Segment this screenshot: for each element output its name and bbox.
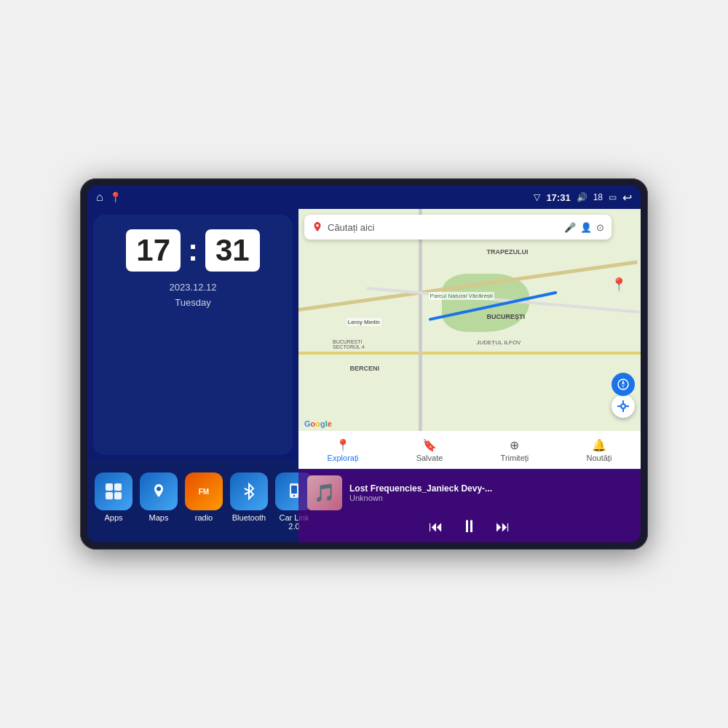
explore-label: Explorați [328,454,359,462]
map-label-leroy: Leroy Merlin [347,318,381,326]
radio-icon-bg: FM [185,472,223,510]
maps-icon-bg [140,472,178,510]
svg-rect-6 [291,486,297,494]
svg-rect-3 [114,492,122,499]
device-screen: ⌂ 📍 ▽ 17:31 🔊 18 ▭ ↩ 17 [87,186,641,542]
app-icons-panel: Apps Maps FM [87,461,298,542]
share-icon: ⊕ [510,438,519,452]
bluetooth-label: Bluetooth [232,513,266,522]
clock-colon: : [188,233,198,268]
clock-widget: 17 : 31 2023.12.12 Tuesday [93,215,293,455]
location-crosshair-icon [617,400,630,413]
home-icon[interactable]: ⌂ [96,191,103,204]
google-logo: Google [304,419,332,428]
svg-point-4 [157,487,161,491]
map-pin-icon: 📍 [611,277,627,293]
map-search-icons: 🎤 👤 ⊙ [564,222,604,233]
bluetooth-symbol-icon [240,483,258,500]
radio-label: radio [195,513,213,522]
clock-minute: 31 [205,229,260,272]
apps-grid-icon [103,481,124,502]
music-artist: Unknown [349,494,632,502]
app-icon-radio[interactable]: FM radio [182,468,226,526]
map-label-bucuresti: BUCUREȘTI [487,313,526,320]
svg-rect-1 [114,483,122,491]
bluetooth-icon-bg [230,472,268,510]
music-title: Lost Frequencies_Janieck Devy-... [349,483,632,494]
apps-label: Apps [104,513,122,522]
app-icon-apps[interactable]: Apps [92,468,135,526]
map-section[interactable]: TRAPEZULUI BUCUREȘTI JUDEȚUL ILFOV BERCE… [298,209,641,470]
maps-label: Maps [149,513,169,522]
apps-icon [95,472,132,510]
music-controls: ⏮ ⏸ ⏭ [307,516,632,537]
map-location-button[interactable] [612,395,635,418]
layers-icon[interactable]: ⊙ [596,222,604,233]
maps-pin-search-icon [312,221,323,233]
share-label: Trimiteți [501,454,529,462]
map-bottom-nav: 📍 Explorați 🔖 Salvate ⊕ Trimiteți 🔔 [298,431,641,469]
svg-rect-0 [106,483,113,491]
app-icon-bluetooth[interactable]: Bluetooth [227,468,271,526]
profile-icon[interactable]: 👤 [580,222,592,233]
status-left: ⌂ 📍 [96,191,122,204]
map-search-text: Căutați aici [328,222,560,233]
map-nav-news[interactable]: 🔔 Noutăți [587,438,612,462]
play-pause-button[interactable]: ⏸ [461,516,478,537]
music-thumbnail: 🎵 [307,475,342,510]
compass-icon [617,378,630,391]
back-icon[interactable]: ↩ [622,191,632,205]
map-label-ilfov: JUDEȚUL ILFOV [476,339,521,346]
saved-icon: 🔖 [422,438,437,452]
next-button[interactable]: ⏭ [496,518,510,535]
mic-icon[interactable]: 🎤 [564,222,576,233]
svg-point-8 [621,404,625,408]
status-bar: ⌂ 📍 ▽ 17:31 🔊 18 ▭ ↩ [87,186,641,209]
time-display: 17:31 [546,192,570,203]
map-label-trapezului: TRAPEZULUI [487,248,529,256]
map-nav-share[interactable]: ⊕ Trimiteți [501,438,529,462]
map-search-bar[interactable]: Căutați aici 🎤 👤 ⊙ [304,215,612,240]
map-label-sector4: BUCUREȘTISECTORUL 4 [333,339,365,349]
map-nav-saved[interactable]: 🔖 Salvate [416,438,443,462]
svg-marker-14 [622,380,625,384]
svg-marker-15 [622,384,625,389]
map-compass-button[interactable] [612,373,635,396]
map-nav-explore[interactable]: 📍 Explorați [328,438,359,462]
battery-icon: ▭ [609,192,617,202]
clock-display: 17 : 31 [126,229,259,272]
music-album-art: 🎵 [307,475,342,510]
radio-fm-text: FM [199,488,209,496]
main-content: 17 : 31 2023.12.12 Tuesday [87,209,641,542]
maps-pin-icon [149,482,168,501]
maps-status-icon[interactable]: 📍 [109,191,122,203]
volume-icon: 🔊 [577,192,587,202]
signal-icon: ▽ [534,192,540,202]
saved-label: Salvate [416,454,443,462]
music-player: 🎵 Lost Frequencies_Janieck Devy-... Unkn… [298,470,641,542]
svg-rect-2 [106,492,113,499]
map-label-parcul: Parcul Natural Văcărești [429,292,494,300]
prev-button[interactable]: ⏮ [429,518,443,535]
device-frame: ⌂ 📍 ▽ 17:31 🔊 18 ▭ ↩ 17 [80,178,648,550]
right-panel: TRAPEZULUI BUCUREȘTI JUDEȚUL ILFOV BERCE… [298,209,641,542]
status-right: ▽ 17:31 🔊 18 ▭ ↩ [534,191,632,205]
news-label: Noutăți [587,454,612,462]
svg-point-7 [293,495,295,496]
left-panel: 17 : 31 2023.12.12 Tuesday [87,209,298,542]
map-label-berceni: BERCENI [350,365,380,372]
clock-date: 2023.12.12 Tuesday [169,280,216,311]
volume-level: 18 [593,192,603,202]
news-icon: 🔔 [592,438,606,452]
music-info: Lost Frequencies_Janieck Devy-... Unknow… [349,483,632,502]
app-icon-maps[interactable]: Maps [137,468,181,526]
svg-point-16 [316,224,319,227]
explore-icon: 📍 [336,438,350,452]
music-top: 🎵 Lost Frequencies_Janieck Devy-... Unkn… [307,475,632,510]
map-background: TRAPEZULUI BUCUREȘTI JUDEȚUL ILFOV BERCE… [298,209,641,469]
clock-hour: 17 [126,229,181,272]
